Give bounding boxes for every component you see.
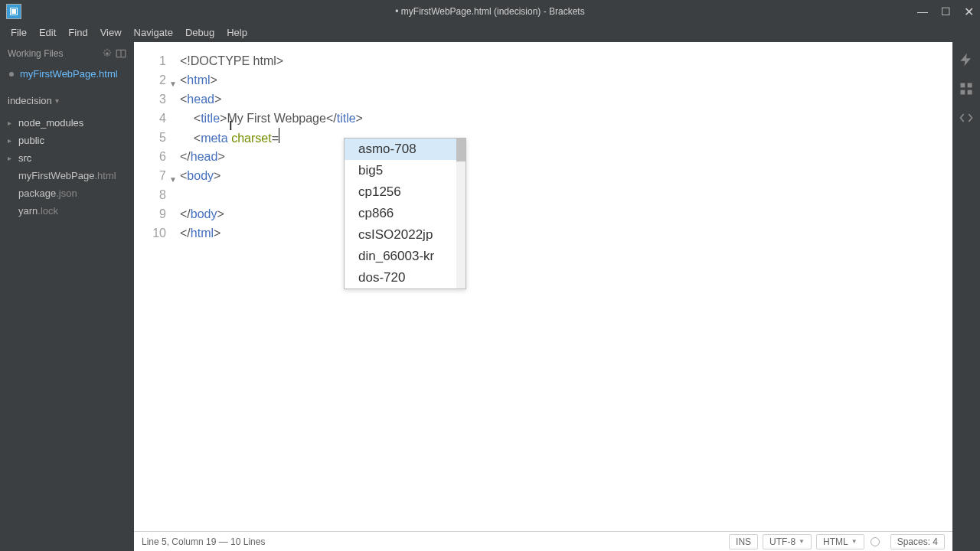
live-preview-icon[interactable]: [958, 51, 975, 68]
tree-file-yarn[interactable]: yarn.lock: [0, 202, 134, 220]
chevron-right-icon: ▸: [8, 119, 15, 127]
tree-file-myfirstwebpage[interactable]: myFirstWebPage.html: [0, 167, 134, 184]
menu-find[interactable]: Find: [62, 24, 93, 41]
extension-manager-icon[interactable]: [958, 80, 975, 97]
file-tree: ▸node_modules ▸public ▸src myFirstWebPag…: [0, 111, 134, 223]
modified-dot-icon: [9, 72, 14, 77]
chevron-down-icon: ▾: [55, 96, 59, 105]
svg-rect-7: [961, 90, 965, 95]
line-number: 7▼: [134, 166, 180, 185]
line-number: 9: [134, 204, 180, 223]
svg-rect-1: [12, 10, 16, 14]
line-number: 3: [134, 90, 180, 109]
tree-folder-src[interactable]: ▸src: [0, 149, 134, 167]
menu-navigate[interactable]: Navigate: [128, 24, 179, 41]
indent-select[interactable]: Spaces: 4: [890, 534, 945, 549]
autocomplete-popup: asmo-708 big5 cp1256 cp866 csISO2022jp d…: [344, 138, 466, 289]
working-files-header: Working Files: [0, 42, 134, 65]
autocomplete-option[interactable]: cp1256: [345, 181, 466, 203]
chevron-right-icon: ▸: [8, 154, 15, 162]
line-number: 5: [134, 128, 180, 147]
cursor-position: Line 5, Column 19 — 10 Lines: [142, 536, 724, 547]
project-dropdown[interactable]: indecision ▾: [0, 90, 134, 111]
tree-file-package[interactable]: package.json: [0, 184, 134, 202]
scrollbar-thumb[interactable]: [456, 139, 466, 161]
menu-file[interactable]: File: [5, 24, 33, 41]
menu-debug[interactable]: Debug: [179, 24, 220, 41]
menu-edit[interactable]: Edit: [33, 24, 62, 41]
autocomplete-option[interactable]: asmo-708: [345, 139, 466, 160]
autocomplete-option[interactable]: cp866: [345, 203, 466, 224]
svg-rect-5: [961, 83, 965, 88]
language-select[interactable]: HTML▼: [816, 534, 864, 549]
line-number: 2▼: [134, 70, 180, 90]
right-rail: [952, 42, 980, 551]
working-files-label: Working Files: [8, 48, 99, 59]
close-button[interactable]: ✕: [957, 0, 980, 23]
split-view-icon[interactable]: [116, 48, 126, 59]
working-file-item[interactable]: myFirstWebPage.html: [0, 65, 134, 86]
autocomplete-option[interactable]: dos-720: [345, 267, 466, 289]
chevron-right-icon: ▸: [8, 136, 15, 145]
chevron-down-icon: ▼: [851, 538, 858, 545]
working-file-name: myFirstWebPage.html: [20, 68, 118, 80]
window-title: • myFirstWebPage.html (indecision) - Bra…: [395, 6, 584, 17]
titlebar: • myFirstWebPage.html (indecision) - Bra…: [0, 0, 980, 23]
encoding-select[interactable]: UTF-8▼: [763, 534, 812, 549]
linting-status-icon[interactable]: [871, 537, 880, 546]
minimize-button[interactable]: —: [911, 0, 934, 23]
menubar: File Edit Find View Navigate Debug Help: [0, 23, 980, 42]
insert-mode-toggle[interactable]: INS: [729, 534, 758, 549]
gear-icon[interactable]: [102, 48, 113, 59]
code-area[interactable]: <!DOCTYPE html> <html> <head> <title>My …: [180, 42, 952, 531]
tree-folder-node-modules[interactable]: ▸node_modules: [0, 114, 134, 132]
gutter: 1 2▼ 3 4 5 6 7▼ 8 9 10: [134, 42, 180, 531]
autocomplete-option[interactable]: csISO2022jp: [345, 224, 466, 246]
line-number: 6: [134, 147, 180, 166]
svg-rect-8: [968, 90, 972, 95]
line-number: 4: [134, 109, 180, 128]
maximize-button[interactable]: ☐: [934, 0, 957, 23]
line-number: 10: [134, 223, 180, 243]
project-name: indecision: [8, 95, 52, 106]
svg-point-2: [106, 52, 109, 55]
menu-view[interactable]: View: [94, 24, 128, 41]
autocomplete-option[interactable]: din_66003-kr: [345, 246, 466, 267]
code-split-icon[interactable]: [958, 109, 975, 126]
line-number: 1: [134, 51, 180, 70]
editor[interactable]: 1 2▼ 3 4 5 6 7▼ 8 9 10 <!DOCTYPE html> <…: [134, 42, 952, 551]
text-cursor: [279, 128, 279, 143]
app-icon: [6, 4, 21, 19]
statusbar: Line 5, Column 19 — 10 Lines INS UTF-8▼ …: [134, 531, 952, 551]
chevron-down-icon: ▼: [799, 538, 805, 545]
autocomplete-option[interactable]: big5: [345, 160, 466, 181]
sidebar: Working Files myFirstWebPage.html indeci…: [0, 42, 134, 551]
svg-rect-6: [968, 83, 972, 88]
tree-folder-public[interactable]: ▸public: [0, 132, 134, 149]
menu-help[interactable]: Help: [220, 24, 253, 41]
line-number: 8: [134, 185, 180, 204]
